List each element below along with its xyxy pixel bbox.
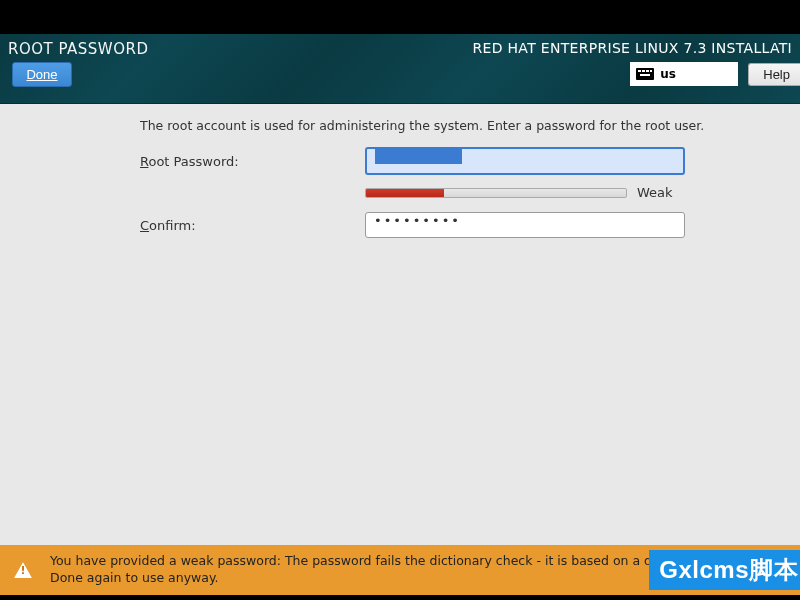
letterbox-top: [0, 0, 800, 34]
keyboard-layout-selector[interactable]: us: [630, 62, 738, 86]
letterbox-bottom: [0, 595, 800, 600]
keyboard-layout-code: us: [660, 67, 676, 81]
header-controls: us Help: [630, 62, 792, 86]
root-password-label: Root Password:: [140, 154, 365, 169]
root-password-value: •••••••••: [375, 149, 462, 164]
root-password-row: Root Password: •••••••••: [140, 147, 760, 175]
warning-icon: [14, 562, 32, 578]
intro-text: The root account is used for administeri…: [140, 118, 760, 133]
confirm-password-value: •••••••••: [374, 213, 461, 228]
root-password-input[interactable]: •••••••••: [365, 147, 685, 175]
password-strength-label: Weak: [637, 185, 673, 200]
watermark-overlay: Gxlcms脚本: [649, 550, 800, 590]
confirm-password-row: Confirm: •••••••••: [140, 212, 760, 238]
content-area: The root account is used for administeri…: [0, 104, 800, 545]
page-title: ROOT PASSWORD: [8, 40, 148, 58]
confirm-password-input[interactable]: •••••••••: [365, 212, 685, 238]
header-bar: ROOT PASSWORD Done RED HAT ENTERPRISE LI…: [0, 34, 800, 104]
product-title: RED HAT ENTERPRISE LINUX 7.3 INSTALLATI: [473, 40, 792, 56]
confirm-password-label: Confirm:: [140, 218, 365, 233]
keyboard-icon: [636, 68, 654, 80]
password-strength-fill: [366, 189, 444, 197]
help-button[interactable]: Help: [748, 63, 800, 86]
password-strength-row: Weak: [365, 185, 760, 200]
header-left: ROOT PASSWORD Done: [8, 40, 148, 94]
done-button[interactable]: Done: [12, 62, 72, 87]
header-right: RED HAT ENTERPRISE LINUX 7.3 INSTALLATI …: [473, 40, 792, 94]
password-strength-bar: [365, 188, 627, 198]
